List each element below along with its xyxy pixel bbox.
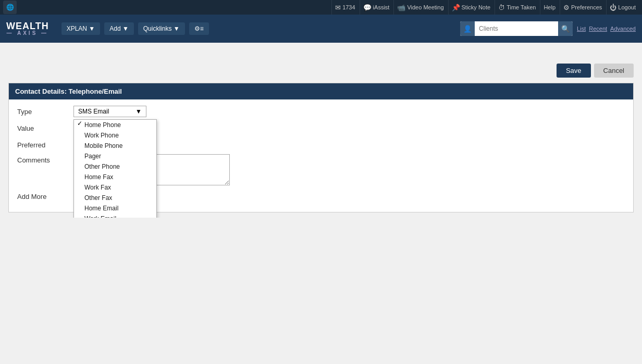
globe-icon[interactable]: 🌐 [3,1,17,14]
dropdown-item-other-phone[interactable]: Other Phone [74,161,156,172]
dropdown-item-mobile-phone[interactable]: Mobile Phone [74,141,156,151]
logout-item[interactable]: ⏻ Logout [606,0,639,15]
logo-line1: WEALTH [6,21,49,31]
dropdown-item-home-email[interactable]: Home Email [74,203,156,214]
dropdown-item-work-email[interactable]: Work Email [74,214,156,218]
video-meeting-item[interactable]: 📹 Video Meeting [393,0,447,15]
nav-bar: WEALTH — AXIS — XPLAN ▼ Add ▼ Quicklinks… [0,15,642,43]
comments-label: Comments [17,154,69,164]
search-wrapper: 👤 🔍 [460,21,573,36]
chat-icon: 💬 [363,4,372,11]
type-label: Type [17,106,69,116]
content-area: Save Cancel Contact Details: Telephone/E… [0,58,642,218]
power-icon: ⏻ [610,4,616,11]
mail-icon: ✉ [335,4,341,11]
sticky-label: Sticky Note [462,4,491,10]
logo: WEALTH — AXIS — [6,21,49,36]
list-link[interactable]: List [577,26,586,32]
iassist-label: iAssist [373,4,390,10]
xplan-button[interactable]: XPLAN ▼ [61,22,101,35]
nav-links: List Recent Advanced [577,26,636,32]
dropdown-arrow-icon: ▼ [135,108,142,115]
value-label: Value [17,122,69,132]
search-icon-button[interactable]: 👤 [460,21,475,36]
dropdown-item-other-fax[interactable]: Other Fax [74,193,156,203]
logo-line2: — AXIS — [6,31,49,36]
cancel-button[interactable]: Cancel [594,64,634,78]
timer-icon: ⏱ [498,4,505,11]
preferences-label: Preferences [571,4,602,10]
advanced-link[interactable]: Advanced [610,26,636,32]
recent-link[interactable]: Recent [589,26,607,32]
type-row: Type SMS Email ▼ ✓ Home Phone Work Phone… [17,106,625,117]
type-select-button[interactable]: SMS Email ▼ [73,106,146,117]
top-bar-right: ✉ 1734 💬 iAssist 📹 Video Meeting 📌 Stick… [331,0,639,15]
quicklinks-button[interactable]: Quicklinks ▼ [138,22,185,35]
top-bar-left: 🌐 [3,1,17,14]
time-label: Time Taken [507,4,536,10]
type-dropdown[interactable]: ✓ Home Phone Work Phone Mobile Phone Pag… [73,119,157,218]
type-field: SMS Email ▼ ✓ Home Phone Work Phone Mobi… [73,106,146,117]
add-button[interactable]: Add ▼ [104,22,134,35]
panel-header: Contact Details: Telephone/Email [9,83,633,99]
gear-icon: ⚙ [563,4,570,11]
message-count: 1734 [342,4,355,10]
top-bar: 🌐 ✉ 1734 💬 iAssist 📹 Video Meeting 📌 Sti… [0,0,642,15]
save-button[interactable]: Save [557,64,591,78]
checkmark-icon: ✓ [77,120,82,127]
sticky-note-item[interactable]: 📌 Sticky Note [448,0,494,15]
pin-icon: 📌 [452,4,460,11]
search-submit-button[interactable]: 🔍 [558,21,573,36]
dropdown-item-work-fax[interactable]: Work Fax [74,182,156,193]
help-item[interactable]: Help [540,0,559,15]
type-selected-value: SMS Email [78,108,109,115]
iassist-item[interactable]: 💬 iAssist [360,0,393,15]
dropdown-item-home-phone[interactable]: Home Phone [74,120,156,130]
preferences-item[interactable]: ⚙ Preferences [560,0,605,15]
video-icon: 📹 [397,4,405,11]
search-area: 👤 🔍 List Recent Advanced [460,21,636,36]
dropdown-item-wrap-home-phone: ✓ Home Phone [74,120,156,130]
logout-label: Logout [618,4,636,10]
dropdown-item-home-fax[interactable]: Home Fax [74,172,156,182]
help-label: Help [544,4,555,10]
filter-button[interactable]: ⚙≡ [189,22,209,35]
video-label: Video Meeting [407,4,443,10]
dropdown-item-work-phone[interactable]: Work Phone [74,130,156,141]
time-taken-item[interactable]: ⏱ Time Taken [495,0,539,15]
sub-bar [0,43,642,58]
contact-details-panel: Contact Details: Telephone/Email Type SM… [8,83,634,212]
preferred-label: Preferred [17,139,69,149]
action-row: Save Cancel [8,64,634,78]
panel-body: Type SMS Email ▼ ✓ Home Phone Work Phone… [9,99,633,212]
messages-item[interactable]: ✉ 1734 [331,0,358,15]
dropdown-item-pager[interactable]: Pager [74,151,156,161]
search-input[interactable] [475,23,558,34]
add-more-label: Add More [17,191,69,200]
